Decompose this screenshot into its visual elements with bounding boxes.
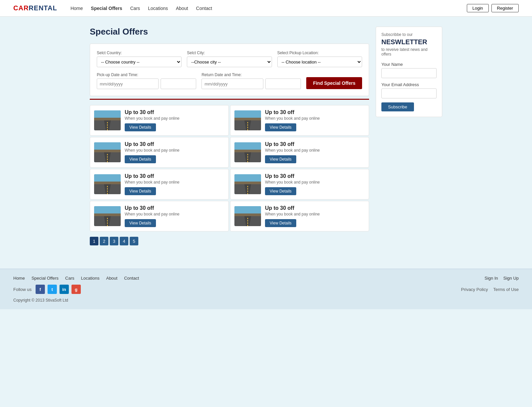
offer-card-6: Up to 30 off When you book and pay onlin… xyxy=(230,169,369,200)
footer-top: Home Special Offers Cars Locations About… xyxy=(13,276,519,281)
pickup-date-input[interactable] xyxy=(97,78,159,89)
linkedin-icon[interactable]: in xyxy=(60,285,69,294)
offers-row-3: Up to 30 off When you book and pay onlin… xyxy=(90,169,369,200)
newsletter-box: Subscribbe to our NESWLETTER to reveive … xyxy=(376,27,442,117)
view-details-btn-7[interactable]: View Details xyxy=(125,219,156,227)
offer-info-7: Up to 30 off When you book and pay onlin… xyxy=(125,205,224,227)
pickup-datetime-label: Pick-up Date and Time: xyxy=(97,72,196,77)
pickup-datetime-field: Pick-up Date and Time: 10:00 am xyxy=(97,72,196,89)
footer-link-contact[interactable]: Contact xyxy=(124,276,139,281)
svg-rect-5 xyxy=(94,118,121,120)
twitter-icon[interactable]: t xyxy=(48,285,57,294)
footer-link-locations[interactable]: Locations xyxy=(81,276,100,281)
offer-subtitle-6: When you book and pay online xyxy=(265,180,365,185)
page-btn-5[interactable]: 5 xyxy=(130,237,138,245)
newsletter-desc: to reveive latest news and offers xyxy=(381,47,437,57)
footer-signin[interactable]: Sign In xyxy=(484,276,498,281)
return-datetime-field: Return Date and Time: 10:00 am xyxy=(201,72,301,89)
offer-image-2 xyxy=(234,110,261,130)
offer-image-5 xyxy=(94,174,121,194)
social-row: Follow us f t in g xyxy=(13,285,81,294)
find-offers-button[interactable]: Find Special Offers xyxy=(306,77,362,89)
footer-link-home[interactable]: Home xyxy=(13,276,25,281)
offer-card-3: Up to 30 off When you book and pay onlin… xyxy=(90,137,229,168)
offer-title-8: Up to 30 off xyxy=(265,205,365,211)
terms-of-use-link[interactable]: Terms of Use xyxy=(493,287,519,292)
newsletter-pre: Subscribbe to our xyxy=(381,32,437,37)
offer-info-2: Up to 30 off When you book and pay onlin… xyxy=(265,109,365,131)
footer-link-about[interactable]: About xyxy=(106,276,117,281)
name-input[interactable] xyxy=(381,68,437,78)
brand-part1: CAR xyxy=(13,4,29,12)
offers-grid: Up to 30 off When you book and pay onlin… xyxy=(90,105,369,231)
nav-special-offers[interactable]: Special Offers xyxy=(91,6,122,11)
name-label: Your Name xyxy=(381,62,437,67)
login-button[interactable]: Login xyxy=(467,4,489,12)
view-details-btn-5[interactable]: View Details xyxy=(125,187,156,195)
offer-title-5: Up to 30 off xyxy=(125,173,224,179)
city-label: Selct City: xyxy=(187,51,272,55)
register-button[interactable]: Register xyxy=(491,4,519,12)
subscribe-button[interactable]: Subscribe xyxy=(381,102,414,111)
nav-home[interactable]: Home xyxy=(70,6,83,11)
page-btn-1[interactable]: 1 xyxy=(90,237,98,245)
offer-subtitle-1: When you book and pay online xyxy=(125,116,224,121)
pickup-location-field: Select Pickup Location: -- Choose locati… xyxy=(277,51,362,67)
offer-title-7: Up to 30 off xyxy=(125,205,224,211)
return-date-input[interactable] xyxy=(201,78,263,89)
pickup-location-select[interactable]: -- Choose location -- xyxy=(277,57,362,67)
page-title: Special Offers xyxy=(90,27,369,37)
page-wrapper: Special Offers Selct Country: -- Choose … xyxy=(83,17,449,255)
nav-cars[interactable]: Cars xyxy=(130,6,140,11)
facebook-icon[interactable]: f xyxy=(36,285,45,294)
view-details-btn-6[interactable]: View Details xyxy=(265,187,296,195)
nav-contact[interactable]: Contact xyxy=(196,6,212,11)
page-btn-4[interactable]: 4 xyxy=(120,237,128,245)
svg-rect-47 xyxy=(234,213,261,216)
offer-image-1 xyxy=(94,110,121,130)
nav-about[interactable]: About xyxy=(176,6,188,11)
view-details-btn-3[interactable]: View Details xyxy=(125,155,156,163)
brand-part2: RENTAL xyxy=(29,4,57,12)
country-field: Selct Country: -- Choose country -- xyxy=(97,51,182,67)
offer-card-5: Up to 30 off When you book and pay onlin… xyxy=(90,169,229,200)
offers-row-4: Up to 30 off When you book and pay onlin… xyxy=(90,201,369,231)
footer-link-cars[interactable]: Cars xyxy=(65,276,74,281)
offer-card-4: Up to 30 off When you book and pay onlin… xyxy=(230,137,369,168)
offer-info-4: Up to 30 off When you book and pay onlin… xyxy=(265,141,365,163)
nav-locations[interactable]: Locations xyxy=(148,6,168,11)
offer-subtitle-8: When you book and pay online xyxy=(265,212,365,216)
footer-auth: Sign In Sign Up xyxy=(484,276,519,281)
page-btn-3[interactable]: 3 xyxy=(110,237,118,245)
offer-card-1: Up to 30 off When you book and pay onlin… xyxy=(90,105,229,136)
offer-subtitle-7: When you book and pay online xyxy=(125,212,224,216)
email-input[interactable] xyxy=(381,88,437,98)
privacy-policy-link[interactable]: Privacy Policy xyxy=(461,287,488,292)
pickup-time-input[interactable]: 10:00 am xyxy=(161,78,196,89)
view-details-btn-4[interactable]: View Details xyxy=(265,155,296,163)
nav-auth: Login Register xyxy=(467,4,519,12)
offer-card-8: Up to 30 off When you book and pay onlin… xyxy=(230,201,369,231)
view-details-btn-2[interactable]: View Details xyxy=(265,123,296,131)
offer-card-2: Up to 30 off When you book and pay onlin… xyxy=(230,105,369,136)
offer-subtitle-4: When you book and pay online xyxy=(265,148,365,153)
offer-title-4: Up to 30 off xyxy=(265,141,365,147)
country-select[interactable]: -- Choose country -- xyxy=(97,57,182,67)
svg-rect-17 xyxy=(94,150,121,152)
footer-legal: Privacy Policy Terms of Use xyxy=(461,287,519,292)
footer-link-special-offers[interactable]: Special Offers xyxy=(32,276,59,281)
page-btn-2[interactable]: 2 xyxy=(100,237,108,245)
footer-copyright: Copyright © 2013 StivaSoft Ltd xyxy=(13,298,519,303)
offer-card-7: Up to 30 off When you book and pay onlin… xyxy=(90,201,229,231)
sidebar: Subscribbe to our NESWLETTER to reveive … xyxy=(376,27,442,245)
return-time-input[interactable]: 10:00 am xyxy=(265,78,301,89)
googleplus-icon[interactable]: g xyxy=(71,285,81,294)
offer-image-3 xyxy=(94,142,121,162)
offer-subtitle-2: When you book and pay online xyxy=(265,116,365,121)
city-select[interactable]: --Choose city -- xyxy=(187,57,272,67)
email-label: Your Email Address xyxy=(381,82,437,87)
view-details-btn-1[interactable]: View Details xyxy=(125,123,156,131)
footer-signup[interactable]: Sign Up xyxy=(503,276,519,281)
view-details-btn-8[interactable]: View Details xyxy=(265,219,296,227)
nav-links: Home Special Offers Cars Locations About… xyxy=(70,6,467,11)
